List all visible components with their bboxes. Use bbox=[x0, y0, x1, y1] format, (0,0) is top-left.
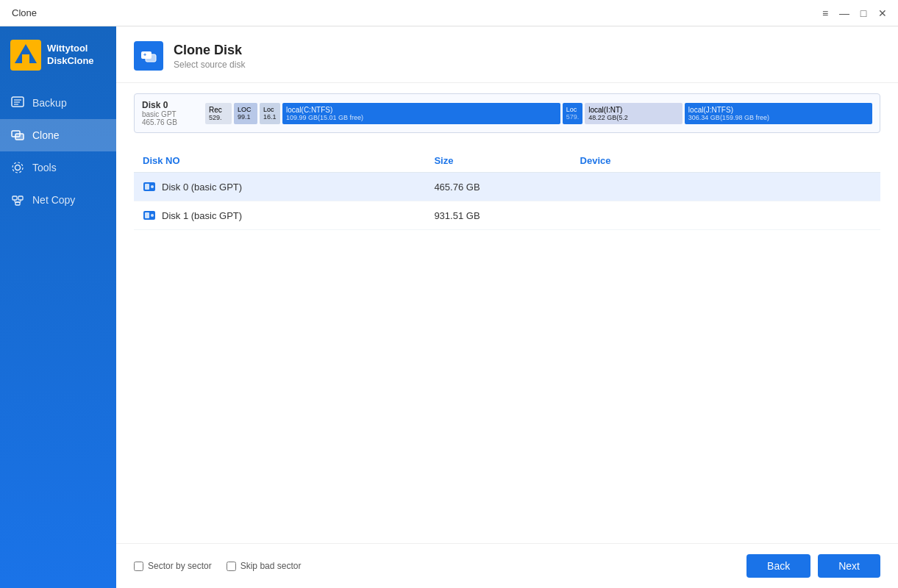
window-title: Clone bbox=[9, 7, 819, 18]
sidebar-item-netcopy-label: Net Copy bbox=[32, 194, 75, 206]
back-button[interactable]: Back bbox=[746, 554, 810, 578]
sidebar-nav: Backup Clone bbox=[0, 87, 116, 216]
page-header-text: Clone Disk Select source disk bbox=[174, 43, 245, 70]
col-size: Size bbox=[434, 155, 580, 166]
col-disk-no: Disk NO bbox=[143, 155, 434, 166]
next-button[interactable]: Next bbox=[818, 554, 880, 578]
maximize-button[interactable]: □ bbox=[857, 7, 870, 20]
disk-name: Disk 0 bbox=[142, 100, 201, 110]
cell-disk0-size: 465.76 GB bbox=[434, 182, 580, 193]
sidebar-logo: Wittytool DiskClone bbox=[0, 26, 116, 81]
sidebar-item-backup-label: Backup bbox=[32, 97, 67, 109]
svg-rect-8 bbox=[15, 134, 24, 140]
page-subtitle: Select source disk bbox=[174, 60, 245, 70]
svg-point-9 bbox=[15, 165, 21, 171]
checkbox-group: Sector by sector Skip bad sector bbox=[134, 561, 301, 571]
main-content: + Clone Disk Select source disk Disk 0 b… bbox=[116, 26, 898, 588]
netcopy-icon bbox=[10, 193, 25, 207]
svg-text:+: + bbox=[143, 52, 146, 57]
sector-by-sector-input[interactable] bbox=[134, 562, 143, 571]
sidebar-item-clone[interactable]: Clone bbox=[0, 119, 116, 151]
cell-disk1-no: Disk 1 (basic GPT) bbox=[143, 209, 434, 222]
tools-icon bbox=[10, 160, 25, 175]
cell-disk0-no: Disk 0 (basic GPT) bbox=[143, 180, 434, 193]
disk-size-label: 465.76 GB bbox=[142, 118, 201, 126]
sidebar: Wittytool DiskClone Backup bbox=[0, 26, 116, 588]
sidebar-item-backup[interactable]: Backup bbox=[0, 87, 116, 119]
svg-rect-12 bbox=[18, 196, 23, 200]
disk-visualization: Disk 0 basic GPT 465.76 GB Rec 529. LOC … bbox=[134, 93, 880, 133]
svg-rect-13 bbox=[15, 202, 20, 205]
svg-rect-24 bbox=[145, 212, 149, 218]
disk-partitions: Rec 529. LOC 99.1 Loc 16.1 local(C:NTFS)… bbox=[205, 103, 872, 124]
partition-c: local(C:NTFS) 109.99 GB(15.01 GB free) bbox=[282, 103, 560, 124]
disk-type: basic GPT bbox=[142, 110, 201, 118]
bottom-controls: Sector by sector Skip bad sector Back Ne… bbox=[116, 543, 898, 588]
partition-recovery: Rec 529. bbox=[205, 103, 232, 124]
sector-by-sector-checkbox[interactable]: Sector by sector bbox=[134, 561, 212, 571]
logo-text: Wittytool DiskClone bbox=[47, 43, 94, 68]
sidebar-item-netcopy[interactable]: Net Copy bbox=[0, 184, 116, 216]
svg-point-10 bbox=[13, 162, 23, 173]
menu-button[interactable]: ≡ bbox=[819, 7, 832, 20]
table-header: Disk NO Size Device bbox=[134, 149, 880, 173]
svg-rect-18 bbox=[146, 54, 156, 62]
close-button[interactable]: ✕ bbox=[876, 7, 889, 20]
sidebar-item-tools[interactable]: Tools bbox=[0, 151, 116, 184]
sidebar-item-clone-label: Clone bbox=[32, 129, 60, 141]
skip-bad-sector-input[interactable] bbox=[227, 562, 236, 571]
logo-icon bbox=[10, 40, 41, 71]
partition-loc2: Loc 16.1 bbox=[260, 103, 280, 124]
page-header: + Clone Disk Select source disk bbox=[116, 26, 898, 83]
col-device: Device bbox=[580, 155, 872, 166]
page-title: Clone Disk bbox=[174, 43, 245, 58]
clone-disk-icon: + bbox=[134, 41, 163, 71]
sidebar-item-tools-label: Tools bbox=[32, 162, 57, 173]
cell-disk1-size: 931.51 GB bbox=[434, 210, 580, 221]
disk-icon bbox=[143, 180, 156, 193]
disk-info: Disk 0 basic GPT 465.76 GB bbox=[142, 100, 201, 126]
svg-rect-21 bbox=[145, 184, 149, 190]
svg-point-25 bbox=[151, 214, 154, 217]
app-layout: Wittytool DiskClone Backup bbox=[0, 26, 898, 588]
clone-icon bbox=[10, 128, 25, 143]
partition-loc1: LOC 99.1 bbox=[234, 103, 257, 124]
partition-loc3: Loc 579. bbox=[563, 103, 583, 124]
minimize-button[interactable]: — bbox=[838, 7, 851, 20]
disk-icon bbox=[143, 209, 156, 222]
table-row[interactable]: Disk 0 (basic GPT) 465.76 GB bbox=[134, 173, 880, 201]
svg-rect-11 bbox=[13, 196, 17, 200]
disk-table: Disk NO Size Device Disk 0 (basic GPT) 4… bbox=[134, 149, 880, 537]
skip-bad-sector-checkbox[interactable]: Skip bad sector bbox=[227, 561, 302, 571]
svg-point-22 bbox=[151, 185, 154, 188]
btn-group: Back Next bbox=[746, 554, 880, 578]
title-bar: Clone ≡ — □ ✕ bbox=[0, 0, 898, 26]
svg-rect-2 bbox=[22, 54, 29, 63]
backup-icon bbox=[10, 96, 25, 110]
window-controls: ≡ — □ ✕ bbox=[819, 7, 889, 20]
partition-i: local(I:NT) 48.22 GB(5.2 bbox=[585, 103, 683, 124]
table-row[interactable]: Disk 1 (basic GPT) 931.51 GB bbox=[134, 201, 880, 230]
partition-j: local(J:NTFS) 306.34 GB(159.98 GB free) bbox=[685, 103, 872, 124]
